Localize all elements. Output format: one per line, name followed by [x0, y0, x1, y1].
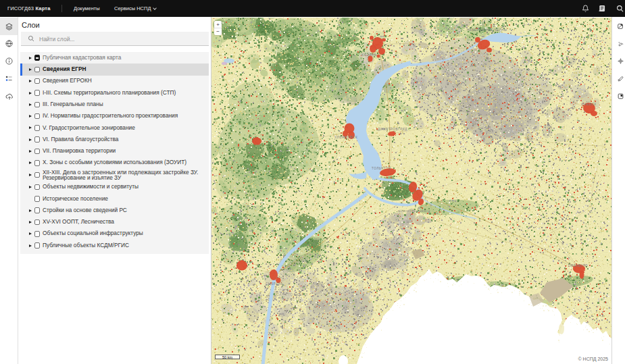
svg-text:НОВОКУЙБЫШЕВСК: НОВОКУЙБЫШЕВСК — [398, 209, 430, 213]
svg-text:ДИМИТРОВГРАД: ДИМИТРОВГРАД — [378, 128, 407, 131]
svg-text:СЫЗРАНЬ: СЫЗРАНЬ — [266, 282, 283, 286]
svg-text:КАЗАНЬ: КАЗАНЬ — [361, 53, 377, 57]
svg-text:САРАТОВСКАЯ: САРАТОВСКАЯ — [276, 292, 308, 296]
svg-text:ТОЛЬЯТТИ: ТОЛЬЯТТИ — [372, 167, 391, 170]
svg-text:ОРЕНБУРГ: ОРЕНБУРГ — [568, 264, 588, 267]
svg-text:ОБЛАСТЬ: ОБЛАСТЬ — [280, 297, 301, 301]
svg-text:УЛЬЯНОВСК: УЛЬЯНОВСК — [334, 136, 357, 139]
svg-text:НАБЕРЕЖНЫЕ ЧЕЛНЫ: НАБЕРЕЖНЫЕ ЧЕЛНЫ — [467, 28, 507, 32]
svg-text:ИЖЕВСК: ИЖЕВСК — [581, 103, 597, 106]
